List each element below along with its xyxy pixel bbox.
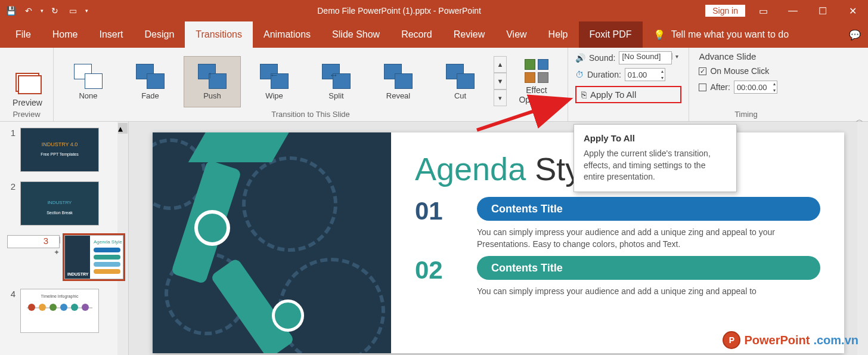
transition-wipe-label: Wipe — [265, 91, 283, 100]
thumbnail-3[interactable]: 3 ✦ Agenda Style INDUSTRY — [0, 229, 128, 283]
apply-to-all-button[interactable]: ⎘ Apply To All — [575, 86, 681, 103]
tab-animations[interactable]: Animations — [253, 21, 321, 48]
tab-design[interactable]: Design — [134, 21, 185, 48]
after-checkbox[interactable] — [699, 84, 706, 91]
tooltip-body: Apply the current slide's transition, ef… — [584, 148, 727, 183]
tab-slideshow[interactable]: Slide Show — [321, 21, 390, 48]
after-time-input[interactable]: 00:00.00 — [734, 81, 777, 94]
thumbnail-2[interactable]: 2 INDUSTRY Section Break — [0, 175, 128, 229]
transition-reveal-label: Reveal — [386, 91, 410, 100]
slide-stage[interactable]: Agenda Style 01 Contents Title You can s… — [129, 122, 868, 355]
item-02-desc: You can simply impress your audience and… — [477, 286, 820, 298]
preview-icon — [16, 73, 39, 92]
advance-slide-column: Advance Slide ✓ On Mouse Click After: 00… — [689, 48, 802, 121]
lightbulb-icon: 💡 — [653, 29, 665, 41]
transition-wipe[interactable]: ← Wipe — [246, 56, 303, 107]
workspace: ▴ 1 INDUSTRY 4.0 Free PPT Templates 2 IN… — [0, 122, 868, 355]
duration-input[interactable]: 01.00 — [625, 68, 665, 81]
group-label-timing: Timing — [699, 107, 793, 120]
tell-me-search[interactable]: 💡 Tell me what you want to do — [643, 21, 789, 48]
transition-reveal[interactable]: Reveal — [370, 56, 427, 107]
transition-cut-label: Cut — [454, 91, 466, 100]
tab-home[interactable]: Home — [42, 21, 89, 48]
slide-left-graphic — [153, 132, 391, 353]
minimize-icon[interactable]: — — [781, 0, 805, 21]
ribbon-display-options-icon[interactable]: ▭ — [751, 0, 775, 21]
item-02-number: 02 — [415, 256, 463, 285]
redo-icon[interactable]: ↻ — [46, 2, 63, 19]
effect-options-button[interactable]: Effect Options ▾ — [512, 56, 562, 107]
item-01-desc: You can simply impress your audience and… — [477, 227, 820, 250]
group-label-preview: Preview — [6, 107, 47, 120]
item-01-title: Contents Title — [477, 197, 820, 221]
title-bar: 💾 ↶ ▾ ↻ ▭ ▾ Demo File PowerPoint (1).ppt… — [0, 0, 868, 21]
thumbnail-4[interactable]: 4 Timeline Infographic — [0, 283, 128, 337]
window-title: Demo File PowerPoint (1).pptx - PowerPoi… — [93, 6, 705, 16]
group-label-transition: Transition to This Slide — [60, 107, 562, 120]
quick-access-toolbar: 💾 ↶ ▾ ↻ ▭ ▾ — [0, 2, 93, 19]
thumb-preview-3: Agenda Style INDUSTRY — [64, 235, 123, 279]
save-icon[interactable]: 💾 — [2, 2, 19, 19]
transition-push[interactable]: ↑ Push — [184, 56, 241, 107]
maximize-icon[interactable]: ☐ — [811, 0, 835, 21]
watermark-text-2: .com.vn — [813, 334, 858, 347]
on-mouse-click-checkbox[interactable]: ✓ — [699, 67, 706, 75]
gallery-scroll-up-icon[interactable]: ▲ — [494, 56, 507, 73]
after-label: After: — [710, 82, 730, 92]
thumb-num-4: 4 — [7, 289, 16, 299]
ribbon: Preview Preview None Fade ↑ Push ← Wipe … — [0, 48, 868, 122]
duration-label: Duration: — [587, 70, 621, 79]
thumb-num-1: 1 — [7, 128, 16, 138]
start-from-beginning-icon[interactable]: ▭ — [64, 2, 81, 19]
current-slide[interactable]: Agenda Style 01 Contents Title You can s… — [153, 132, 844, 353]
transition-gallery: None Fade ↑ Push ← Wipe ↔ Split Reveal — [60, 56, 562, 107]
tab-review[interactable]: Review — [443, 21, 495, 48]
apply-to-all-label: Apply To All — [590, 89, 636, 100]
close-icon[interactable]: ✕ — [841, 0, 864, 21]
gallery-scroll-down-icon[interactable]: ▼ — [494, 73, 507, 89]
thumb-preview-2: INDUSTRY Section Break — [20, 181, 99, 226]
on-mouse-click-label: On Mouse Click — [710, 66, 769, 76]
stage-scrollbar[interactable] — [857, 122, 868, 355]
sound-icon: 🔊 — [575, 53, 585, 63]
tell-me-label: Tell me what you want to do — [671, 29, 789, 40]
sign-in-button[interactable]: Sign in — [705, 5, 745, 17]
tab-file[interactable]: File — [5, 21, 42, 48]
gallery-more-icon[interactable]: ▾ — [494, 89, 507, 106]
transition-none[interactable]: None — [60, 56, 117, 107]
effect-options-icon — [525, 59, 548, 83]
undo-dropdown-icon[interactable]: ▾ — [38, 2, 45, 19]
preview-label: Preview — [13, 98, 42, 107]
apply-to-all-icon: ⎘ — [581, 89, 587, 100]
comments-icon[interactable]: 💬 — [849, 21, 861, 48]
transition-push-label: Push — [203, 91, 221, 100]
thumbnail-1[interactable]: 1 INDUSTRY 4.0 Free PPT Templates — [0, 122, 128, 175]
sound-label: Sound: — [589, 53, 615, 63]
tab-foxit-pdf[interactable]: Foxit PDF — [579, 21, 643, 48]
tab-record[interactable]: Record — [390, 21, 443, 48]
transition-cut[interactable]: Cut — [432, 56, 489, 107]
item-02-title: Contents Title — [477, 256, 820, 280]
sound-dropdown[interactable]: [No Sound] — [619, 51, 672, 64]
qat-customize-icon[interactable]: ▾ — [82, 2, 91, 19]
effect-options-label1: Effect — [526, 85, 547, 95]
preview-button[interactable]: Preview — [6, 69, 49, 107]
powerpoint-logo-icon: P — [723, 331, 740, 349]
tab-view[interactable]: View — [495, 21, 537, 48]
tab-insert[interactable]: Insert — [88, 21, 134, 48]
transition-none-label: None — [79, 91, 97, 100]
tooltip-title: Apply To All — [584, 133, 727, 143]
transition-split-label: Split — [328, 91, 343, 100]
transition-fade[interactable]: Fade — [122, 56, 179, 107]
effect-options-label2: Options ▾ — [519, 95, 554, 104]
thumb-preview-4: Timeline Infographic — [20, 289, 99, 333]
item-01-number: 01 — [415, 197, 463, 226]
thumb-num-3: 3 — [7, 235, 60, 248]
undo-icon[interactable]: ↶ — [20, 2, 37, 19]
tab-transitions[interactable]: Transitions — [185, 21, 253, 48]
tab-help[interactable]: Help — [538, 21, 579, 48]
transition-split[interactable]: ↔ Split — [308, 56, 365, 107]
transition-indicator-icon: ✦ — [54, 248, 60, 257]
ribbon-tab-strip: File Home Insert Design Transitions Anim… — [0, 21, 868, 48]
apply-to-all-tooltip: Apply To All Apply the current slide's t… — [574, 124, 737, 192]
